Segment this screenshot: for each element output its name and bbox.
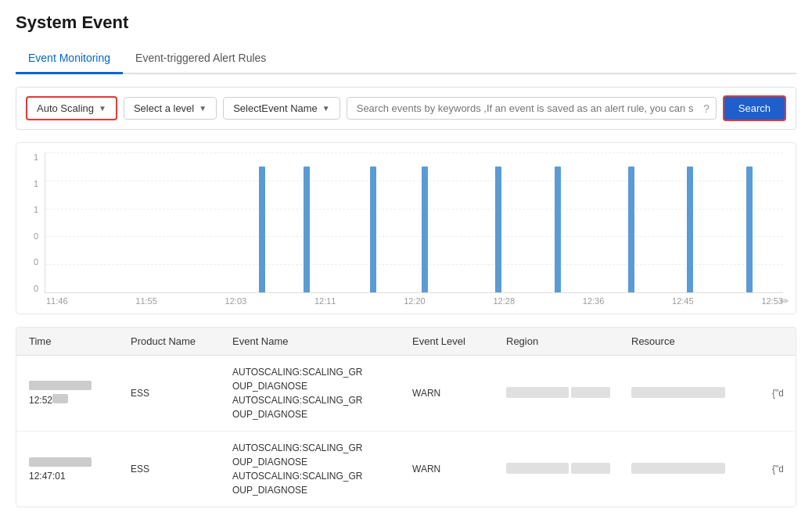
event-name-dropdown[interactable]: SelectEvent Name ▼ [223,97,340,120]
cell-resource-2 [631,463,772,476]
level-dropdown[interactable]: Select a level ▼ [124,97,217,120]
search-button[interactable]: Search [723,95,786,121]
chart-bar [628,167,634,292]
cell-event-name-2: AUTOSCALING:SCALING_GROUP_DIAGNOSEAUTOSC… [232,441,412,497]
cell-time-2: 12:47:01 [29,457,131,482]
chart-bar [687,167,693,292]
chart-bar [422,167,428,292]
col-time: Time [29,335,131,347]
y-axis: 1 1 1 0 0 0 [29,152,45,293]
search-input[interactable] [354,98,700,119]
chart-bar [259,167,265,292]
col-region: Region [506,335,631,347]
table-header: Time Product Name Event Name Event Level… [16,328,796,356]
edit-icon[interactable]: ✏ [780,295,789,307]
cell-level-2: WARN [412,464,506,475]
events-table: Time Product Name Event Name Event Level… [16,327,796,507]
cell-time-1: 12:52 [29,381,131,406]
filter-bar: Auto Scaling ▼ Select a level ▼ SelectEv… [16,87,796,130]
cell-region-1 [506,387,631,400]
cell-product-1: ESS [131,388,232,399]
col-extra [772,335,783,347]
table-row: 12:47:01 ESS AUTOSCALING:SCALING_GROUP_D… [16,432,796,507]
col-resource: Resource [631,335,772,347]
chart-bar [304,167,310,292]
chevron-down-icon: ▼ [199,104,207,113]
tab-event-monitoring[interactable]: Event Monitoring [16,44,123,74]
tab-alert-rules[interactable]: Event-triggered Alert Rules [123,44,278,74]
service-dropdown[interactable]: Auto Scaling ▼ [26,96,117,120]
cell-level-1: WARN [412,388,506,399]
chevron-down-icon: ▼ [322,104,330,113]
cell-region-2 [506,463,631,476]
chevron-down-icon: ▼ [99,104,106,113]
help-icon[interactable]: ? [703,102,710,115]
chart-bar [370,167,376,292]
chart-area [45,152,783,293]
cell-event-name-1: AUTOSCALING:SCALING_GROUP_DIAGNOSEAUTOSC… [232,365,412,421]
x-axis: 11:46 11:55 12:03 12:11 12:20 12:28 12:3… [16,293,796,309]
col-event-level: Event Level [412,335,506,347]
cell-resource-1 [631,387,772,400]
page-title: System Event [16,13,796,33]
cell-product-2: ESS [131,464,232,475]
event-chart: 1 1 1 0 0 0 [16,142,796,314]
cell-details-2: {"details": [772,464,783,475]
chart-bar [555,167,561,292]
table-row: 12:52 ESS AUTOSCALING:SCALING_GROUP_DIAG… [16,356,796,432]
chart-bar [495,167,501,292]
cell-details-1: {"details": [772,388,783,399]
col-product: Product Name [131,335,232,347]
chart-bar [746,167,753,292]
search-box: ? [347,97,717,120]
col-event-name: Event Name [232,335,412,347]
tabs-bar: Event Monitoring Event-triggered Alert R… [16,44,796,74]
